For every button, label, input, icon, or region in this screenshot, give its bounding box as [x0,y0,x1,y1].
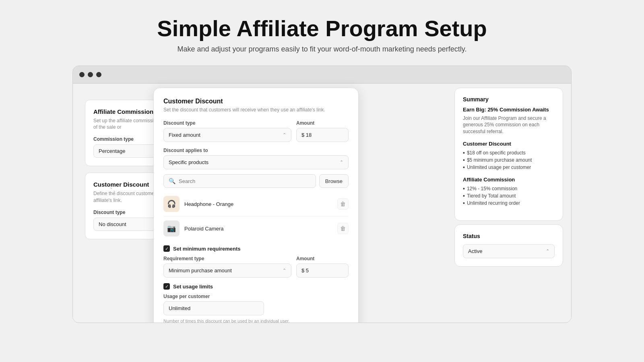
discount-type-field-value: Fixed amount [169,132,200,138]
product-thumb-headphone: 🎧 [163,196,180,212]
requirement-type-group: Requirement type Minimum purchase amount… [163,256,291,278]
traffic-light-yellow [88,72,93,77]
discount-type-value: No discount [99,221,126,227]
summary-affiliate-commission-list: 12% - 15% commission Tiered by Total amo… [463,185,555,207]
traffic-light-red [79,72,85,77]
traffic-light-green [96,72,101,77]
product-thumb-camera: 📷 [163,220,180,237]
product-list: 🎧 Headphone - Orange 🗑 📷 Polaroid Camera… [163,192,349,241]
minimum-requirements-label: Set minimum requirements [173,246,241,252]
usage-per-customer-input[interactable] [163,301,264,315]
requirement-type-select[interactable]: Minimum purchase amount ⌃ [163,263,291,278]
status-select[interactable]: Active ⌃ [463,244,555,258]
check-icon: ✓ [165,246,169,251]
usage-limits-row: ✓ Set usage limits [163,283,349,290]
search-box: 🔍 [163,174,316,188]
modal-desc: Set the discount that customers will rec… [163,107,349,113]
summary-customer-discount-title: Customer Discount [463,141,555,147]
usage-limits-checkbox[interactable]: ✓ [163,283,170,290]
browser-content: Affiliate Commission Set up the affiliat… [73,84,571,323]
browse-button[interactable]: Browse [319,174,349,188]
commission-type-value: Percentage [99,148,126,154]
delete-headphone-button[interactable]: 🗑 [337,198,349,210]
usage-limits-label: Set usage limits [173,284,213,290]
applies-chevron: ⌃ [340,160,343,165]
page-header: Simple Affiliate Program Setup Make and … [157,0,487,66]
product-name-camera: Polaroid Camera [184,226,332,232]
requirement-amount-input[interactable] [296,263,349,278]
requirement-amount-label: Amount [296,256,349,261]
requirement-row: Requirement type Minimum purchase amount… [163,256,349,278]
discount-type-field[interactable]: Fixed amount ⌃ [163,128,291,142]
trash-icon: 🗑 [340,201,346,207]
amount-field[interactable] [296,128,349,142]
discount-applies-value: Specific products [169,159,208,165]
search-icon: 🔍 [169,178,175,184]
discount-applies-select[interactable]: Specific products ⌃ [163,155,349,169]
product-item-camera: 📷 Polaroid Camera 🗑 [163,216,349,241]
summary-commission-item-0: 12% - 15% commission [463,185,555,192]
requirement-amount-group: Amount [296,256,349,278]
usage-helper-text: Number of times this discount can be use… [163,319,349,323]
summary-commission-item-2: Unlimited recurring order [463,200,555,207]
trash-icon-2: 🗑 [340,225,346,232]
summary-earn-title: Earn Big: 25% Commission Awaits [463,107,555,113]
requirement-type-label: Requirement type [163,256,291,261]
search-row: 🔍 Browse [163,174,349,188]
delete-camera-button[interactable]: 🗑 [337,223,349,234]
summary-item-2: Unlimited usage per customer [463,164,555,171]
amount-group: Amount [296,120,349,142]
summary-item-0: $18 off on specific products [463,149,555,156]
usage-per-customer-group: Usage per customer [163,294,349,315]
summary-earn-desc: Join our Affiliate Program and secure a … [463,115,555,135]
minimum-requirements-row: ✓ Set minimum requirements [163,245,349,252]
status-panel: Status Active ⌃ [454,224,563,267]
page-title: Simple Affiliate Program Setup [157,16,487,41]
discount-applies-group: Discount applies to Specific products ⌃ [163,148,349,169]
status-chevron: ⌃ [546,249,549,254]
summary-commission-item-1: Tiered by Total amount [463,192,555,200]
status-value: Active [468,248,482,254]
modal-title: Customer Discount [163,98,349,105]
discount-type-field-label: Discount type [163,120,291,126]
customer-discount-modal: Customer Discount Set the discount that … [153,88,359,323]
product-name-headphone: Headphone - Orange [184,201,332,207]
summary-title: Summary [463,96,555,103]
check-icon-2: ✓ [165,284,169,289]
discount-type-group: Discount type Fixed amount ⌃ [163,120,291,142]
amount-field-label: Amount [296,120,349,126]
discount-type-row: Discount type Fixed amount ⌃ Amount [163,120,349,142]
discount-applies-label: Discount applies to [163,148,349,153]
minimum-requirements-checkbox[interactable]: ✓ [163,245,170,252]
status-title: Status [463,233,555,239]
product-item-headphone: 🎧 Headphone - Orange 🗑 [163,192,349,216]
browser-bar [73,66,571,84]
usage-per-customer-label: Usage per customer [163,294,349,299]
search-input[interactable] [179,178,311,184]
page-subtitle: Make and adjust your programs easily to … [157,45,487,53]
summary-panel: Summary Earn Big: 25% Commission Awaits … [454,88,563,221]
browser-window: Affiliate Commission Set up the affiliat… [72,66,572,323]
summary-customer-discount-list: $18 off on specific products $5 minimum … [463,149,555,171]
discount-type-chevron: ⌃ [283,132,286,138]
summary-affiliate-commission-title: Affiliate Commission [463,177,555,183]
summary-item-1: $5 minimum purchase amount [463,156,555,164]
requirement-type-value: Minimum purchase amount [169,267,232,274]
requirement-chevron: ⌃ [283,268,286,273]
